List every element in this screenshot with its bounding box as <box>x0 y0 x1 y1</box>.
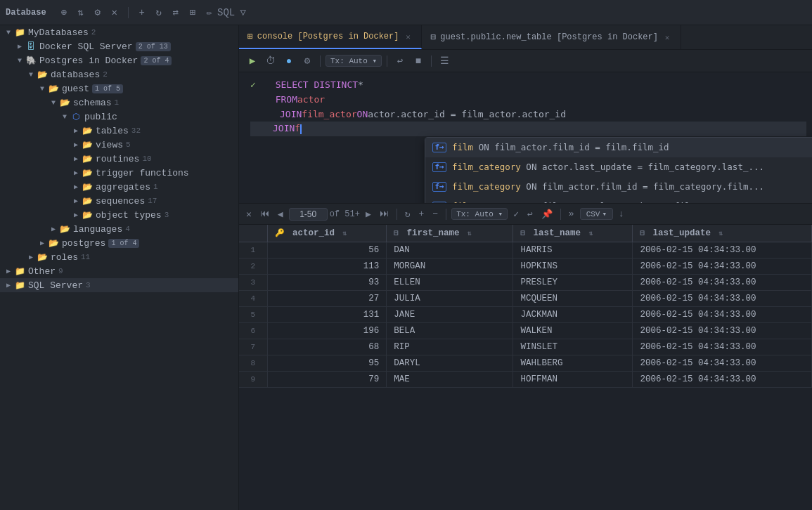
delete-row-button[interactable]: − <box>430 207 441 221</box>
table-row[interactable]: 4 27 JULIA MCQUEEN 2006-02-15 04:34:33.0… <box>239 291 812 307</box>
editor-settings-button[interactable]: ⚙ <box>299 53 315 69</box>
sidebar-item-routines[interactable]: 📂 routines 10 <box>0 152 238 166</box>
last-page-button[interactable]: ⏭ <box>377 207 392 221</box>
filter2-icon[interactable]: ⇄ <box>169 6 182 19</box>
cell-actor-id: 68 <box>267 339 387 355</box>
ac-item-1[interactable]: f→ film_category ON actor.last_update = … <box>425 157 812 177</box>
tree-arrow-postgres <box>14 55 25 66</box>
table-row[interactable]: 6 196 BELA WALKEN 2006-02-15 04:34:33.00 <box>239 323 812 339</box>
sql-icon[interactable]: SQL <box>220 6 233 19</box>
pin-button[interactable]: 📌 <box>539 207 555 221</box>
ac-item-2[interactable]: f→ film_category ON film_actor.film_id =… <box>425 177 812 197</box>
sidebar-badge-roles: 11 <box>81 253 90 261</box>
sidebar-item-tables[interactable]: 📂 tables 32 <box>0 124 238 138</box>
ac-text-2: film_category ON film_actor.film_id = fi… <box>452 180 764 194</box>
run-button[interactable]: ▶ <box>245 53 260 69</box>
col-header-first-name[interactable]: ⊟ first_name ⇅ <box>387 225 513 242</box>
cell-last-name: WINSLET <box>513 339 633 355</box>
folder-icon: 📁 <box>14 27 25 38</box>
add-icon[interactable]: + <box>136 6 148 19</box>
refresh-icon[interactable]: ↻ <box>153 6 165 19</box>
sidebar-item-sql-server[interactable]: 📁 SQL Server 3 <box>0 278 238 292</box>
prev-page-button[interactable]: ◀ <box>275 207 286 221</box>
tab-close-console[interactable]: ✕ <box>403 32 413 41</box>
sql-kw-from: FROM <box>276 93 297 107</box>
sidebar-item-postgres-docker[interactable]: 🐘 Postgres in Docker 2 of 4 <box>0 53 238 67</box>
table-row[interactable]: 7 68 RIP WINSLET 2006-02-15 04:34:33.00 <box>239 339 812 355</box>
cell-last-update: 2006-02-15 04:34:33.00 <box>633 355 812 372</box>
sidebar-item-other[interactable]: 📁 Other 9 <box>0 264 238 278</box>
sidebar-label-guest: guest <box>62 84 89 94</box>
cell-last-name: PRESLEY <box>513 275 633 291</box>
ac-icon-1: f→ <box>432 162 446 172</box>
sidebar-item-views[interactable]: 📂 views 5 <box>0 138 238 152</box>
sidebar-item-trigger-functions[interactable]: 📂 trigger functions <box>0 166 238 180</box>
tab-console[interactable]: ⊞ console [Postgres in Docker] ✕ <box>239 25 422 49</box>
sidebar-label-views: views <box>96 140 123 150</box>
table-row[interactable]: 5 131 JANE JACKMAN 2006-02-15 04:34:33.0… <box>239 307 812 323</box>
ac-item-0[interactable]: f→ film ON film_actor.film_id = film.fil… <box>425 138 812 157</box>
add-row-button[interactable]: + <box>416 207 427 221</box>
sidebar-item-object-types[interactable]: 📂 object types 3 <box>0 208 238 222</box>
col-header-last-update[interactable]: ⊟ last_update ⇅ <box>633 225 812 242</box>
sidebar-item-docker-sql[interactable]: 🗄 Docker SQL Server 2 of 13 <box>0 39 238 53</box>
sidebar-item-schemas[interactable]: 📂 schemas 1 <box>0 96 238 110</box>
edit-icon[interactable]: ✏ <box>203 6 216 19</box>
more-button[interactable]: ☰ <box>437 53 452 69</box>
tab-new-table[interactable]: ⊟ guest.public.new_table [Postgres in Do… <box>422 25 681 49</box>
sidebar-item-databases[interactable]: 📂 databases 2 <box>0 67 238 81</box>
close-result-button[interactable]: ✕ <box>243 207 254 221</box>
table-row[interactable]: 8 95 DARYL WAHLBERG 2006-02-15 04:34:33.… <box>239 355 812 372</box>
page-range-input[interactable] <box>289 208 328 221</box>
grid-icon[interactable]: ⊞ <box>186 6 199 19</box>
sidebar-item-public[interactable]: ⬡ public <box>0 110 238 124</box>
ac-item-3[interactable]: f→ film_category ON film_actor.last_upda… <box>425 197 812 203</box>
tree-arrow-databases <box>25 69 37 80</box>
refresh-result-button[interactable]: ↻ <box>402 207 413 221</box>
folder-icon-sql-server: 📁 <box>14 280 25 291</box>
csv-label: CSV <box>586 210 600 218</box>
sidebar-item-roles[interactable]: 📂 roles 11 <box>0 250 238 264</box>
apply-button[interactable]: ✓ <box>510 207 522 221</box>
stop-button[interactable]: ■ <box>411 53 426 69</box>
sidebar-item-guest[interactable]: 📂 guest 1 of 5 <box>0 81 238 96</box>
sidebar-item-postgres-db[interactable]: 📂 postgres 1 of 4 <box>0 236 238 250</box>
download-button[interactable]: ↓ <box>616 207 627 221</box>
table-row[interactable]: 3 93 ELLEN PRESLEY 2006-02-15 04:34:33.0… <box>239 275 812 291</box>
filter-icon[interactable]: ▽ <box>237 6 250 19</box>
sidebar-item-sequences[interactable]: 📂 sequences 17 <box>0 194 238 208</box>
sql-kw-select: SELECT DISTINCT <box>276 78 358 93</box>
result-tx-badge[interactable]: Tx: Auto ▾ <box>451 208 508 220</box>
add-connection-icon[interactable]: ⊕ <box>58 6 70 19</box>
revert-button[interactable]: ↩ <box>524 207 536 221</box>
explain-button[interactable]: ● <box>281 53 297 69</box>
table-row[interactable]: 1 56 DAN HARRIS 2006-02-15 04:34:33.00 <box>239 242 812 259</box>
table-row[interactable]: 2 113 MORGAN HOPKINS 2006-02-15 04:34:33… <box>239 259 812 275</box>
page-of-label: of 51+ <box>330 209 360 219</box>
sidebar-item-aggregates[interactable]: 📂 aggregates 1 <box>0 180 238 194</box>
close-icon[interactable]: ✕ <box>108 6 121 19</box>
next-page-button[interactable]: ▶ <box>363 207 374 221</box>
editor-area[interactable]: ✓ ✓ SELECT DISTINCT * ✓ ✓ FROM actor JOI… <box>239 72 812 203</box>
more-options-button[interactable]: » <box>566 207 577 221</box>
tab-close-new-table[interactable]: ✕ <box>662 32 672 42</box>
sql-line-4: JOIN f <box>250 122 806 136</box>
col-header-last-name[interactable]: ⊟ last_name ⇅ <box>513 225 633 242</box>
schema-icon-public: ⬡ <box>70 111 82 122</box>
history-button[interactable]: ⏱ <box>263 53 278 69</box>
export-csv-button[interactable]: CSV ▾ <box>580 208 613 220</box>
col-header-actor-id[interactable]: 🔑 actor_id ⇅ <box>267 225 387 242</box>
sidebar-item-mydatabases[interactable]: 📁 MyDatabases 2 <box>0 25 238 39</box>
first-page-button[interactable]: ⏮ <box>257 207 272 221</box>
table-row[interactable]: 9 79 MAE HOFFMAN 2006-02-15 04:34:33.00 <box>239 372 812 388</box>
cell-actor-id: 95 <box>267 355 387 372</box>
sidebar-item-languages[interactable]: 📂 languages 4 <box>0 222 238 236</box>
sql-star: * <box>358 78 363 93</box>
sync-icon[interactable]: ⇅ <box>75 6 87 19</box>
settings-icon[interactable]: ⚙ <box>91 6 104 19</box>
tx-auto-badge[interactable]: Tx: Auto ▾ <box>326 55 382 67</box>
key-icon-actor-id: 🔑 <box>275 229 285 237</box>
undo-button[interactable]: ↩ <box>392 53 408 69</box>
col-header-rownum <box>239 225 267 242</box>
toolbar-separator <box>128 7 129 18</box>
